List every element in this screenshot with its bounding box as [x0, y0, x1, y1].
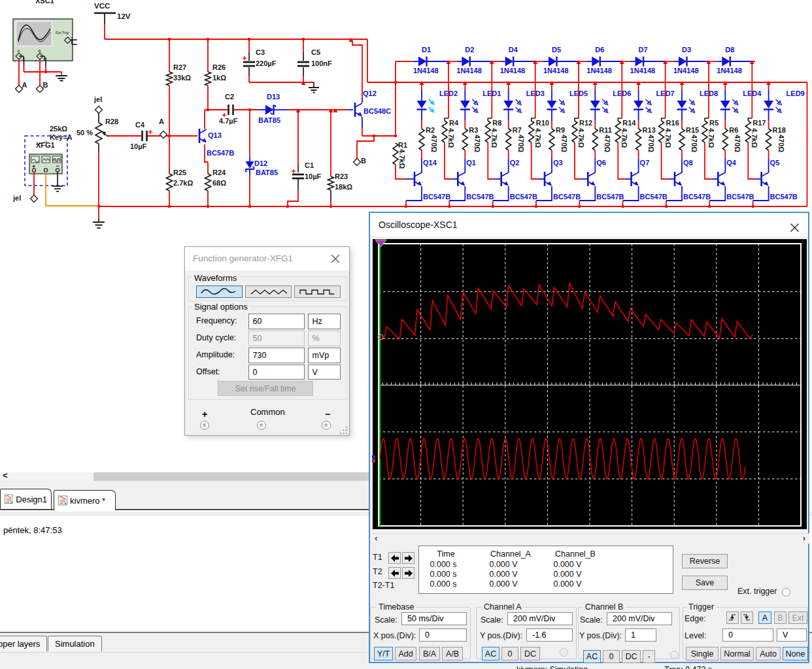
svg-text:R26: R26 [212, 63, 226, 71]
svg-text:470Ω: 470Ω [690, 135, 698, 152]
svg-text:jel: jel [93, 95, 102, 103]
svg-text:100nF: 100nF [311, 59, 332, 67]
svg-text:R5: R5 [709, 119, 719, 127]
svg-text:220µF: 220µF [256, 59, 277, 67]
svg-text:D5: D5 [552, 46, 561, 54]
svg-text:BC547B: BC547B [770, 193, 798, 201]
svg-text:Q3: Q3 [553, 159, 563, 167]
svg-text:BC547B: BC547B [726, 193, 754, 201]
svg-text:A: A [18, 49, 20, 53]
svg-text:BC547B: BC547B [553, 193, 581, 201]
svg-text:BC547B: BC547B [596, 193, 624, 201]
svg-text:470Ω: 470Ω [777, 135, 785, 152]
svg-text:1N4148: 1N4148 [586, 67, 612, 74]
svg-text:4.7kΩ: 4.7kΩ [534, 128, 542, 148]
svg-text:R1: R1 [398, 141, 407, 149]
svg-text:BC547B: BC547B [683, 193, 711, 201]
svg-text:D8: D8 [725, 46, 734, 54]
svg-text:D2: D2 [465, 46, 474, 54]
svg-text:R10: R10 [536, 119, 549, 127]
svg-text:1N4148: 1N4148 [717, 67, 742, 74]
svg-text:R25: R25 [173, 169, 186, 176]
svg-text:470Ω: 470Ω [473, 135, 481, 152]
svg-text:Q12: Q12 [363, 90, 377, 97]
svg-text:XSC1: XSC1 [35, 0, 54, 5]
svg-text:470Ω: 470Ω [734, 135, 741, 152]
svg-text:R18: R18 [773, 126, 786, 134]
svg-text:jel: jel [12, 194, 21, 202]
svg-text:LED9: LED9 [787, 90, 805, 97]
svg-text:4.7kΩ: 4.7kΩ [707, 128, 715, 148]
svg-text:1N4148: 1N4148 [413, 67, 439, 74]
svg-text:4.7kΩ: 4.7kΩ [447, 128, 455, 148]
svg-text:+: + [14, 59, 16, 63]
svg-text:R16: R16 [666, 119, 679, 127]
svg-text:4.7kΩ: 4.7kΩ [664, 128, 672, 148]
svg-text:R2: R2 [426, 126, 435, 134]
svg-text:BC547B: BC547B [423, 193, 450, 201]
svg-text:R9: R9 [556, 126, 565, 134]
svg-text:R6: R6 [729, 126, 738, 134]
svg-text:R14: R14 [622, 119, 636, 127]
svg-text:R15: R15 [686, 126, 699, 134]
svg-text:BC547B: BC547B [466, 193, 494, 201]
svg-text:Q5: Q5 [770, 159, 780, 167]
svg-text:Q6: Q6 [596, 159, 606, 167]
svg-text:B: B [361, 157, 366, 165]
svg-text:470Ω: 470Ω [560, 135, 568, 152]
svg-text:BC547B: BC547B [640, 193, 668, 201]
svg-text:BC547B: BC547B [510, 193, 537, 201]
svg-text:4.7kΩ: 4.7kΩ [751, 128, 758, 148]
svg-text:1N4148: 1N4148 [673, 67, 699, 74]
svg-text:A: A [22, 81, 27, 89]
svg-text:Q1: Q1 [466, 159, 476, 167]
svg-text:R12: R12 [579, 119, 592, 127]
svg-text:BAT85: BAT85 [256, 169, 278, 176]
svg-text:D6: D6 [595, 46, 604, 54]
svg-text:B: B [39, 49, 41, 53]
svg-text:4.7kΩ: 4.7kΩ [490, 128, 498, 148]
svg-text:470Ω: 470Ω [430, 135, 438, 152]
svg-text:BAT85: BAT85 [258, 116, 280, 124]
svg-text:+: + [35, 59, 37, 63]
svg-text:Q8: Q8 [683, 159, 693, 167]
svg-text:+: + [71, 35, 73, 39]
svg-text:D7: D7 [639, 46, 648, 54]
svg-text:Q7: Q7 [640, 159, 650, 167]
svg-text:1N4148: 1N4148 [456, 67, 482, 74]
svg-text:470Ω: 470Ω [603, 135, 611, 152]
svg-text:1N4148: 1N4148 [500, 67, 526, 74]
svg-text:1N4148: 1N4148 [543, 67, 569, 74]
svg-text:25kΩ: 25kΩ [50, 125, 67, 133]
svg-text:R11: R11 [599, 126, 612, 134]
svg-text:R13: R13 [643, 126, 656, 134]
svg-text:2.7kΩ: 2.7kΩ [173, 179, 193, 187]
svg-text:18kΩ: 18kΩ [335, 183, 352, 191]
svg-text:33kΩ: 33kΩ [173, 74, 191, 82]
svg-text:R8: R8 [492, 119, 501, 127]
svg-text:68Ω: 68Ω [212, 179, 226, 187]
svg-text:D1: D1 [422, 46, 431, 54]
svg-text:Q2: Q2 [510, 159, 520, 167]
svg-text:VCC: VCC [94, 2, 110, 10]
svg-text:C2: C2 [225, 93, 234, 101]
svg-text:R17: R17 [753, 119, 766, 127]
svg-text:470Ω: 470Ω [517, 135, 525, 152]
svg-text:C5: C5 [311, 48, 320, 56]
svg-text:R27: R27 [173, 63, 186, 71]
svg-text:A: A [159, 118, 164, 125]
svg-text:Ext Trig: Ext Trig [56, 31, 69, 35]
svg-text:4.7µF: 4.7µF [219, 117, 238, 125]
svg-text:R3: R3 [469, 126, 478, 134]
svg-text:Q13: Q13 [208, 131, 222, 139]
svg-text:Q14: Q14 [423, 159, 437, 167]
svg-text:D3: D3 [682, 46, 691, 54]
svg-text:10µF: 10µF [305, 172, 322, 180]
svg-text:C3: C3 [256, 48, 265, 56]
svg-text:Key=A: Key=A [50, 133, 73, 141]
svg-text:D4: D4 [509, 46, 518, 54]
svg-text:1kΩ: 1kΩ [212, 74, 226, 82]
svg-text:470Ω: 470Ω [647, 135, 655, 152]
svg-text:R28: R28 [105, 118, 118, 125]
svg-text:BC548C: BC548C [364, 107, 391, 115]
